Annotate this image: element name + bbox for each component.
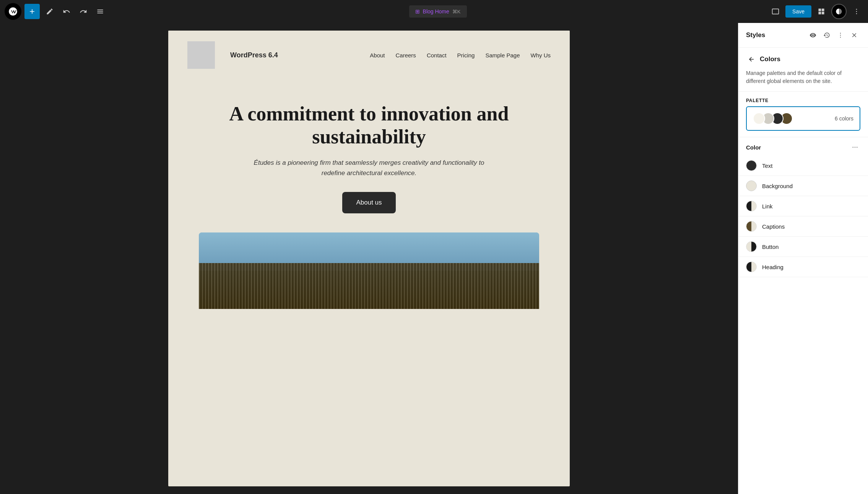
color-label-link: Link [762,203,773,210]
color-item-captions[interactable]: Captions [738,216,868,237]
palette-count: 6 colors [835,115,853,122]
svg-point-5 [840,35,841,36]
toolbar-right: Save [769,4,863,19]
image-building-bars [199,263,539,309]
canvas-area: WordPress 6.4 About Careers Contact Pric… [0,23,738,494]
nav-pricing[interactable]: Pricing [457,52,475,58]
color-section-header: Color [738,137,868,156]
hero-subtitle: Études is a pioneering firm that seamles… [250,158,488,178]
color-section-more-button[interactable] [850,142,860,153]
color-item-text[interactable]: Text [738,156,868,176]
nav-contact[interactable]: Contact [427,52,447,58]
undo-button[interactable] [60,5,73,18]
panel-description: Manage palettes and the default color of… [738,69,868,92]
panel-subtitle: Colors [760,55,780,63]
panel-close-button[interactable] [848,29,860,41]
panel-back-button[interactable] [746,54,757,65]
color-dot-text [746,160,757,171]
page-name-label: Blog Home [423,8,449,15]
svg-point-4 [840,33,841,34]
palette-swatch-1 [753,112,765,125]
redo-button[interactable] [76,5,90,18]
color-dot-heading [746,262,757,272]
nav-about[interactable]: About [370,52,385,58]
site-logo [187,41,215,69]
panel-body: Colors Manage palettes and the default c… [738,48,868,494]
nav-why-us[interactable]: Why Us [531,52,551,58]
canvas-frame: WordPress 6.4 About Careers Contact Pric… [168,31,570,486]
save-button[interactable]: Save [785,5,811,18]
about-us-button[interactable]: About us [342,192,395,213]
palette-swatches [753,112,790,125]
color-label-captions: Captions [762,223,785,230]
site-header: WordPress 6.4 About Careers Contact Pric… [168,31,570,80]
toolbar: ⊞ Blog Home ⌘K Save [0,0,868,23]
color-label-text: Text [762,162,773,169]
nav-sample-page[interactable]: Sample Page [485,52,520,58]
panel-more-button[interactable] [834,29,847,41]
page-icon: ⊞ [415,8,420,15]
architecture-image [199,232,539,309]
tool-pencil-button[interactable] [43,5,57,18]
keyboard-shortcut: ⌘K [452,9,461,15]
palette-section-header: PALETTE [738,92,868,106]
color-label-background: Background [762,183,793,189]
color-item-heading[interactable]: Heading [738,257,868,277]
main-layout: WordPress 6.4 About Careers Contact Pric… [0,23,868,494]
color-item-button[interactable]: Button [738,237,868,257]
color-dot-button [746,241,757,252]
color-item-background[interactable]: Background [738,176,868,196]
page-title-pill[interactable]: ⊞ Blog Home ⌘K [409,5,467,18]
layout-button[interactable] [814,5,828,18]
color-dot-background [746,180,757,191]
panel-subheader: Colors [738,48,868,69]
color-label-button: Button [762,244,779,250]
palette-selector[interactable]: 6 colors [746,106,860,131]
styles-button[interactable] [831,4,847,19]
panel-header: Styles [738,23,868,48]
hero-title: A commitment to innovation and sustainab… [199,102,539,148]
preview-button[interactable] [769,5,782,18]
color-label-heading: Heading [762,264,783,270]
svg-point-1 [856,9,857,10]
color-dot-captions [746,221,757,232]
hero-section: A commitment to innovation and sustainab… [168,80,570,232]
color-dot-link [746,201,757,211]
panel-header-icons [807,29,860,41]
site-name: WordPress 6.4 [230,51,278,59]
svg-point-8 [855,147,855,148]
title-area: ⊞ Blog Home ⌘K [110,5,766,18]
site-nav: About Careers Contact Pricing Sample Pag… [370,52,551,58]
svg-point-7 [853,147,853,148]
wp-logo[interactable] [5,3,21,20]
svg-point-9 [857,147,857,148]
list-view-button[interactable] [93,5,107,18]
svg-point-6 [840,37,841,37]
nav-careers[interactable]: Careers [396,52,416,58]
add-block-button[interactable] [24,4,40,19]
styles-panel: Styles [738,23,868,494]
color-section-label: Color [746,144,850,151]
panel-title: Styles [746,31,804,39]
panel-eye-button[interactable] [807,29,819,41]
svg-point-3 [856,13,857,15]
color-item-link[interactable]: Link [738,196,868,216]
panel-history-button[interactable] [821,29,833,41]
svg-point-2 [856,11,857,12]
more-options-button[interactable] [850,5,863,18]
